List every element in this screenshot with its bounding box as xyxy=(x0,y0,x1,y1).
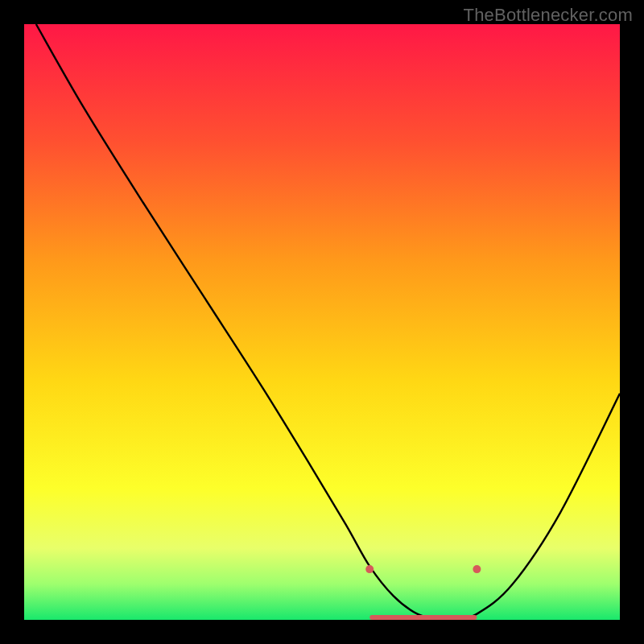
chart-container xyxy=(24,24,620,620)
flat-band xyxy=(369,615,477,620)
marker-left xyxy=(365,565,374,573)
watermark-label: TheBottlenecker.com xyxy=(464,5,633,26)
marker-right xyxy=(473,565,481,573)
chart-background xyxy=(24,24,620,620)
chart-svg xyxy=(24,24,620,620)
